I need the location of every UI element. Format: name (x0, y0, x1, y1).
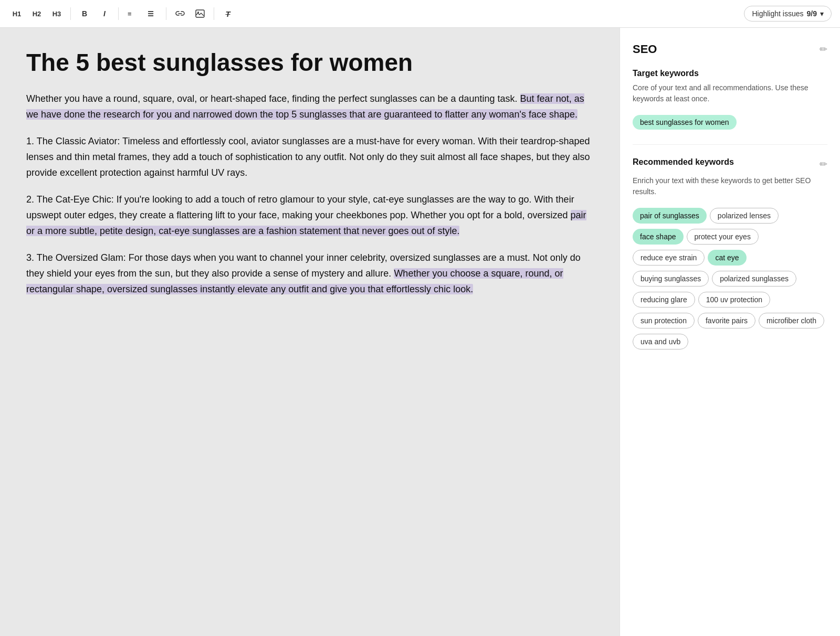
ordered-list-button[interactable]: ≡ (124, 5, 141, 22)
svg-point-3 (197, 12, 199, 13)
recommended-keywords-chips: pair of sunglassespolarized lensesface s… (633, 206, 827, 352)
p3-plain: 2. The Cat-Eye Chic: If you're looking t… (26, 194, 574, 220)
keyword-chip-pair-of-sunglasses[interactable]: pair of sunglasses (633, 208, 707, 224)
paragraph-4: 3. The Oversized Glam: For those days wh… (26, 250, 593, 297)
image-icon (195, 9, 205, 18)
toolbar-sep-4 (214, 7, 214, 20)
keyword-chip-100-uv-protection[interactable]: 100 uv protection (698, 292, 770, 308)
chevron-down-icon: ▾ (820, 9, 824, 18)
recommended-edit-icon[interactable]: ✏ (820, 158, 827, 170)
paragraph-1: Whether you have a round, square, oval, … (26, 91, 593, 122)
unordered-list-button[interactable]: ☰ (144, 5, 161, 22)
italic-button[interactable]: I (96, 5, 113, 22)
highlight-count-badge: 9/9 (807, 9, 817, 18)
toolbar-sep-1 (70, 7, 71, 20)
toolbar-sep-3 (166, 7, 166, 20)
recommended-keywords-header: Recommended keywords ✏ (633, 157, 827, 171)
target-keywords-chips: best sunglasses for women (633, 113, 827, 132)
keyword-chip-microfiber-cloth[interactable]: microfiber cloth (759, 313, 824, 328)
keyword-chip-reducing-glare[interactable]: reducing glare (633, 292, 695, 308)
image-button[interactable] (192, 5, 208, 22)
target-keywords-section: Target keywords Core of your text and al… (633, 69, 827, 132)
recommended-keywords-desc: Enrich your text with these keywords to … (633, 175, 827, 197)
recommended-keywords-section: Recommended keywords ✏ Enrich your text … (633, 157, 827, 352)
link-icon (175, 10, 185, 17)
keyword-chip-favorite-pairs[interactable]: favorite pairs (698, 313, 755, 328)
paragraph-2: 1. The Classic Aviator: Timeless and eff… (26, 134, 593, 181)
document-body: Whether you have a round, square, oval, … (26, 91, 593, 298)
section-divider (633, 144, 827, 145)
recommended-keywords-title: Recommended keywords (633, 157, 734, 167)
keyword-chip-best-sunglasses-for-women[interactable]: best sunglasses for women (633, 115, 737, 130)
highlight-issues-button[interactable]: Highlight issues 9/9 ▾ (744, 6, 832, 22)
clear-format-button[interactable]: T (219, 5, 236, 22)
p1-plain: Whether you have a round, square, oval, … (26, 93, 520, 104)
keyword-chip-buying-sunglasses[interactable]: buying sunglasses (633, 271, 709, 287)
bold-button[interactable]: B (76, 5, 93, 22)
unordered-list-icon: ☰ (148, 9, 157, 18)
seo-panel: SEO ✏ Target keywords Core of your text … (620, 28, 840, 636)
p2-text: 1. The Classic Aviator: Timeless and eff… (26, 136, 590, 177)
h2-button[interactable]: H2 (28, 5, 45, 22)
svg-text:≡: ≡ (128, 10, 132, 18)
seo-panel-header: SEO ✏ (633, 43, 827, 56)
keyword-chip-polarized-lenses[interactable]: polarized lenses (710, 208, 779, 224)
h1-button[interactable]: H1 (8, 5, 25, 22)
toolbar-sep-2 (118, 7, 119, 20)
keyword-chip-face-shape[interactable]: face shape (633, 229, 684, 245)
paragraph-3: 2. The Cat-Eye Chic: If you're looking t… (26, 192, 593, 239)
seo-panel-title: SEO (633, 43, 657, 56)
main-content: The 5 best sunglasses for women Whether … (0, 28, 840, 636)
target-keywords-desc: Core of your text and all recommendation… (633, 82, 827, 104)
keyword-chip-cat-eye[interactable]: cat eye (708, 250, 746, 266)
ordered-list-icon: ≡ (128, 9, 137, 18)
highlight-issues-label: Highlight issues (752, 9, 803, 18)
target-keywords-title: Target keywords (633, 69, 827, 78)
keyword-chip-sun-protection[interactable]: sun protection (633, 313, 695, 328)
link-button[interactable] (172, 5, 188, 22)
keyword-chip-polarized-sunglasses[interactable]: polarized sunglasses (712, 271, 796, 287)
svg-text:☰: ☰ (148, 10, 154, 18)
document-title: The 5 best sunglasses for women (26, 49, 593, 77)
keyword-chip-protect-your-eyes[interactable]: protect your eyes (687, 229, 759, 245)
h3-button[interactable]: H3 (48, 5, 65, 22)
editor-area[interactable]: The 5 best sunglasses for women Whether … (0, 28, 620, 636)
toolbar: H1 H2 H3 B I ≡ ☰ T Highlight issues 9/9 … (0, 0, 840, 28)
seo-edit-icon[interactable]: ✏ (820, 44, 827, 55)
keyword-chip-uva-and-uvb[interactable]: uva and uvb (633, 334, 688, 349)
keyword-chip-reduce-eye-strain[interactable]: reduce eye strain (633, 250, 705, 266)
